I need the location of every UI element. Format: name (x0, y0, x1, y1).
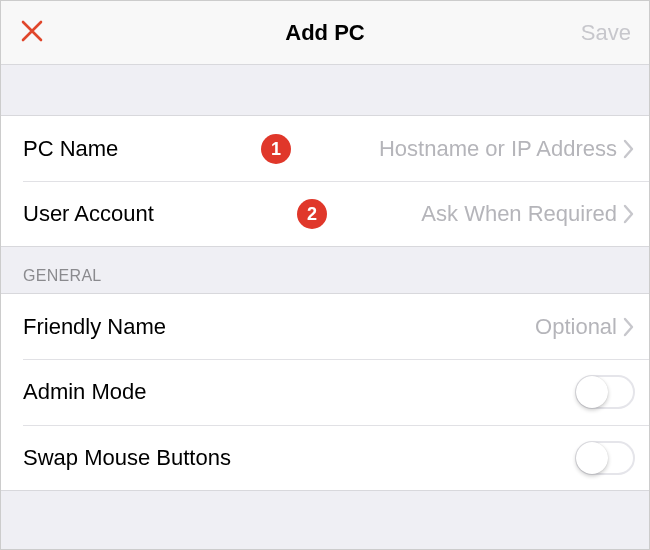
toggle-knob (576, 376, 608, 408)
toggle-swap-mouse[interactable] (575, 441, 635, 475)
content-area: PC Name Hostname or IP Address 1 User Ac… (1, 65, 649, 491)
chevron-right-icon (623, 203, 635, 225)
save-button[interactable]: Save (581, 20, 631, 46)
chevron-right-icon (623, 316, 635, 338)
chevron-right-icon (623, 138, 635, 160)
row-pc-name[interactable]: PC Name Hostname or IP Address 1 (1, 115, 649, 181)
row-value: Optional (535, 314, 617, 340)
close-icon (19, 18, 45, 44)
row-swap-mouse-buttons: Swap Mouse Buttons (1, 425, 649, 491)
row-label: Swap Mouse Buttons (23, 445, 231, 471)
row-label: Friendly Name (23, 314, 166, 340)
close-button[interactable] (19, 18, 45, 48)
navbar: Add PC Save (1, 1, 649, 65)
toggle-knob (576, 442, 608, 474)
row-admin-mode: Admin Mode (1, 359, 649, 425)
nav-left (19, 18, 99, 48)
annotation-badge-1: 1 (261, 134, 291, 164)
page-title: Add PC (285, 20, 364, 46)
toggle-admin-mode[interactable] (575, 375, 635, 409)
annotation-badge-2: 2 (297, 199, 327, 229)
row-label: User Account (23, 201, 154, 227)
group-spacer (1, 65, 649, 115)
row-label: PC Name (23, 136, 118, 162)
row-label: Admin Mode (23, 379, 147, 405)
row-value: Ask When Required (421, 201, 617, 227)
row-user-account[interactable]: User Account Ask When Required 2 (1, 181, 649, 247)
row-value: Hostname or IP Address (379, 136, 617, 162)
nav-right: Save (551, 20, 631, 46)
row-friendly-name[interactable]: Friendly Name Optional (1, 293, 649, 359)
section-header-general: GENERAL (1, 247, 649, 293)
